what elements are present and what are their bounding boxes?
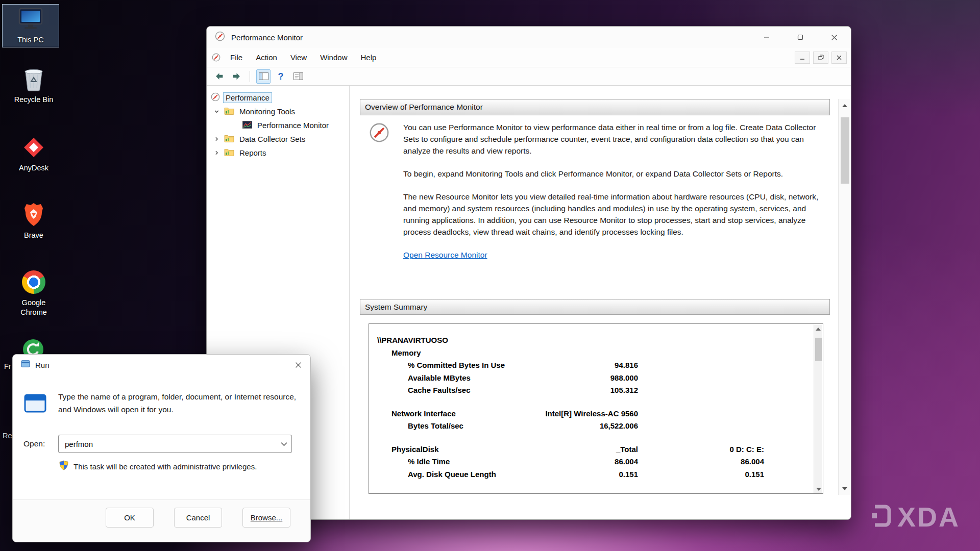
folder-icon <box>224 148 234 158</box>
console-app-icon <box>212 53 220 62</box>
tree-node-label: Monitoring Tools <box>237 107 297 116</box>
summary-row: Cache Faults/sec 105.312 <box>369 384 814 397</box>
overview-paragraph: You can use Performance Monitor to view … <box>403 121 826 157</box>
system-summary-box: \\PRANAVIRTUOSO Memory % Committed Bytes… <box>369 323 823 494</box>
summary-row: % Committed Bytes In Use 94.816 <box>369 359 814 372</box>
tree-node-performance[interactable]: Performance <box>207 91 349 105</box>
scrollbar-thumb[interactable] <box>815 338 822 361</box>
open-input[interactable] <box>59 440 276 448</box>
summary-row: % Idle Time 86.004 86.004 <box>369 456 814 468</box>
folder-icon <box>224 134 234 144</box>
show-action-pane-button[interactable] <box>291 69 305 84</box>
menu-help[interactable]: Help <box>354 51 383 64</box>
menu-view[interactable]: View <box>284 51 313 64</box>
cancel-button-label: Cancel <box>186 513 210 522</box>
summary-row: Available MBytes 988.000 <box>369 372 814 385</box>
details-pane: Overview of Performance Monitor You can … <box>350 86 851 519</box>
anydesk-icon <box>21 135 46 160</box>
performance-monitor-chart-icon <box>242 121 252 130</box>
mdi-restore-button[interactable] <box>813 52 828 64</box>
mdi-minimize-button[interactable] <box>795 52 810 64</box>
desktop-icon-label: Brave <box>24 231 43 240</box>
run-dialog-footer: OK Cancel Browse... <box>13 499 310 542</box>
chrome-icon <box>21 270 46 294</box>
desktop-icon-this-pc[interactable]: This PC <box>2 4 59 47</box>
open-resource-monitor-link[interactable]: Open Resource Monitor <box>403 249 487 261</box>
system-summary-header: System Summary <box>360 299 830 315</box>
tree-node-performance-monitor[interactable]: Performance Monitor <box>207 118 349 132</box>
tree-node-label: Data Collector Sets <box>237 134 307 144</box>
summary-row: \\PRANAVIRTUOSO <box>369 334 814 347</box>
menu-window[interactable]: Window <box>313 51 354 64</box>
run-dialog-title: Run <box>35 361 50 369</box>
scrollbar-thumb[interactable] <box>841 117 849 184</box>
toolbar-separator <box>250 71 250 82</box>
summary-row-blank <box>369 433 814 443</box>
summary-row: Network Interface Intel[R] Wireless-AC 9… <box>369 408 814 420</box>
tree-node-monitoring-tools[interactable]: Monitoring Tools <box>207 105 349 118</box>
minimize-button[interactable] <box>750 27 783 48</box>
scroll-up-arrow-icon[interactable] <box>816 328 821 331</box>
xda-text: XDA <box>897 501 960 533</box>
details-pane-scrollbar[interactable] <box>838 99 851 495</box>
desktop-icon-recycle-bin[interactable]: Recycle Bin <box>5 64 62 107</box>
perfmon-node-icon <box>211 92 220 103</box>
summary-scrollbar[interactable] <box>814 324 822 494</box>
xda-watermark: XDA <box>869 501 960 533</box>
forward-button[interactable] <box>229 69 243 84</box>
run-dialog-titlebar[interactable]: Run <box>13 355 310 375</box>
brave-icon <box>21 203 46 227</box>
chevron-right-icon[interactable] <box>213 150 220 156</box>
window-title: Performance Monitor <box>231 33 303 42</box>
desktop-icon-label: This PC <box>17 35 44 45</box>
summary-row: PhysicalDisk _Total 0 D: C: E: <box>369 443 814 456</box>
scroll-down-arrow-icon[interactable] <box>816 488 821 491</box>
system-summary-header-label: System Summary <box>365 303 427 312</box>
mdi-close-button[interactable] <box>831 52 847 64</box>
scroll-up-arrow-icon[interactable] <box>839 99 851 112</box>
tree-node-reports[interactable]: Reports <box>207 146 349 160</box>
browse-button[interactable]: Browse... <box>242 508 290 528</box>
help-icon: ? <box>278 72 284 81</box>
perfmon-app-icon <box>215 31 225 43</box>
tree-node-label: Performance <box>223 92 272 103</box>
browse-button-label: Browse... <box>251 513 283 522</box>
ok-button[interactable]: OK <box>106 508 154 528</box>
scroll-down-arrow-icon[interactable] <box>839 482 851 495</box>
tree-node-data-collector-sets[interactable]: Data Collector Sets <box>207 132 349 146</box>
folder-icon <box>224 107 234 116</box>
maximize-button[interactable] <box>783 27 817 48</box>
combobox-dropdown-icon[interactable] <box>276 442 291 446</box>
desktop-icon-brave[interactable]: Brave <box>5 200 62 242</box>
show-console-tree-button[interactable] <box>256 69 271 84</box>
overview-paragraph: The new Resource Monitor lets you view d… <box>403 191 826 238</box>
close-button[interactable] <box>817 27 851 48</box>
perfmon-overview-icon <box>369 122 389 145</box>
desktop-icon-anydesk[interactable]: AnyDesk <box>5 133 62 175</box>
summary-row: Bytes Total/sec 16,522.006 <box>369 420 814 433</box>
run-description: Type the name of a program, folder, docu… <box>58 390 298 416</box>
desktop-icon-label: Google Chrome <box>12 298 56 317</box>
tree-node-label: Reports <box>237 148 268 158</box>
admin-privileges-note: This task will be created with administr… <box>74 462 257 471</box>
menu-file[interactable]: File <box>224 51 249 64</box>
back-button[interactable] <box>212 69 226 84</box>
run-window-icon <box>24 393 46 416</box>
run-close-button[interactable] <box>286 355 310 375</box>
overview-header-label: Overview of Performance Monitor <box>365 103 483 112</box>
help-button[interactable]: ? <box>274 69 288 84</box>
window-titlebar[interactable]: Performance Monitor <box>207 27 851 48</box>
cancel-button[interactable]: Cancel <box>174 508 222 528</box>
run-app-icon <box>21 359 30 370</box>
chevron-down-icon[interactable] <box>213 109 220 114</box>
desktop-icon-label-fragment: Re <box>3 432 12 440</box>
overview-header: Overview of Performance Monitor <box>360 99 830 115</box>
overview-text: You can use Performance Monitor to view … <box>403 121 826 261</box>
menu-action[interactable]: Action <box>249 51 284 64</box>
desktop-icon-google-chrome[interactable]: Google Chrome <box>5 267 62 319</box>
summary-row: Memory <box>369 347 814 360</box>
summary-row: Avg. Disk Queue Length 0.151 0.151 <box>369 468 814 481</box>
chevron-right-icon[interactable] <box>213 136 220 142</box>
open-combobox[interactable] <box>58 435 292 453</box>
desktop-icon-label: AnyDesk <box>19 163 48 173</box>
